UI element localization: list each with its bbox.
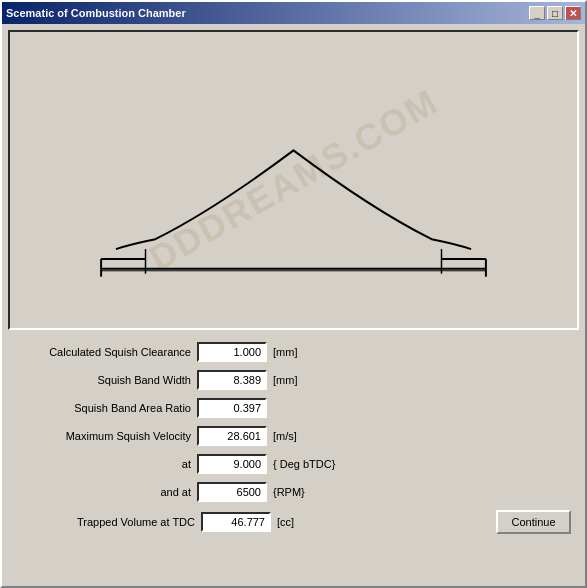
- input-squish-band-width[interactable]: [197, 370, 267, 390]
- label-at: at: [12, 458, 197, 470]
- input-squish-band-area-ratio[interactable]: [197, 398, 267, 418]
- label-calculated-squish-clearance: Calculated Squish Clearance: [12, 346, 197, 358]
- combustion-diagram: [10, 32, 577, 328]
- field-row-and-at: and at {RPM}: [12, 480, 575, 504]
- main-window: Scematic of Combustion Chamber _ □ ✕ DDD…: [0, 0, 587, 588]
- maximize-button[interactable]: □: [547, 6, 563, 20]
- continue-button[interactable]: Continue: [496, 510, 571, 534]
- unit-squish-band-width: [mm]: [273, 374, 353, 386]
- unit-maximum-squish-velocity: [m/s]: [273, 430, 353, 442]
- label-maximum-squish-velocity: Maximum Squish Velocity: [12, 430, 197, 442]
- fields-area: Calculated Squish Clearance [mm] Squish …: [8, 338, 579, 536]
- window-body: DDDREAMS.COM Calculated Squ: [2, 24, 585, 542]
- unit-calculated-squish-clearance: [mm]: [273, 346, 353, 358]
- unit-and-at: {RPM}: [273, 486, 353, 498]
- title-buttons: _ □ ✕: [529, 6, 581, 20]
- bottom-row: Trapped Volume at TDC [cc] Continue: [12, 510, 575, 534]
- label-and-at: and at: [12, 486, 197, 498]
- combustion-chamber-canvas: DDDREAMS.COM: [8, 30, 579, 330]
- input-trapped-volume[interactable]: [201, 512, 271, 532]
- window-title: Scematic of Combustion Chamber: [6, 7, 186, 19]
- input-at[interactable]: [197, 454, 267, 474]
- field-row-squish-band-area-ratio: Squish Band Area Ratio: [12, 396, 575, 420]
- label-squish-band-width: Squish Band Width: [12, 374, 197, 386]
- field-row-maximum-squish-velocity: Maximum Squish Velocity [m/s]: [12, 424, 575, 448]
- title-bar: Scematic of Combustion Chamber _ □ ✕: [2, 2, 585, 24]
- field-row-squish-band-width: Squish Band Width [mm]: [12, 368, 575, 392]
- input-maximum-squish-velocity[interactable]: [197, 426, 267, 446]
- unit-trapped-volume: [cc]: [277, 516, 357, 528]
- input-calculated-squish-clearance[interactable]: [197, 342, 267, 362]
- unit-at: { Deg bTDC}: [273, 458, 353, 470]
- label-trapped-volume: Trapped Volume at TDC: [16, 516, 201, 528]
- close-button[interactable]: ✕: [565, 6, 581, 20]
- label-squish-band-area-ratio: Squish Band Area Ratio: [12, 402, 197, 414]
- last-field-row: Trapped Volume at TDC [cc]: [16, 512, 496, 532]
- input-and-at[interactable]: [197, 482, 267, 502]
- field-row-calculated-squish-clearance: Calculated Squish Clearance [mm]: [12, 340, 575, 364]
- minimize-button[interactable]: _: [529, 6, 545, 20]
- field-row-at: at { Deg bTDC}: [12, 452, 575, 476]
